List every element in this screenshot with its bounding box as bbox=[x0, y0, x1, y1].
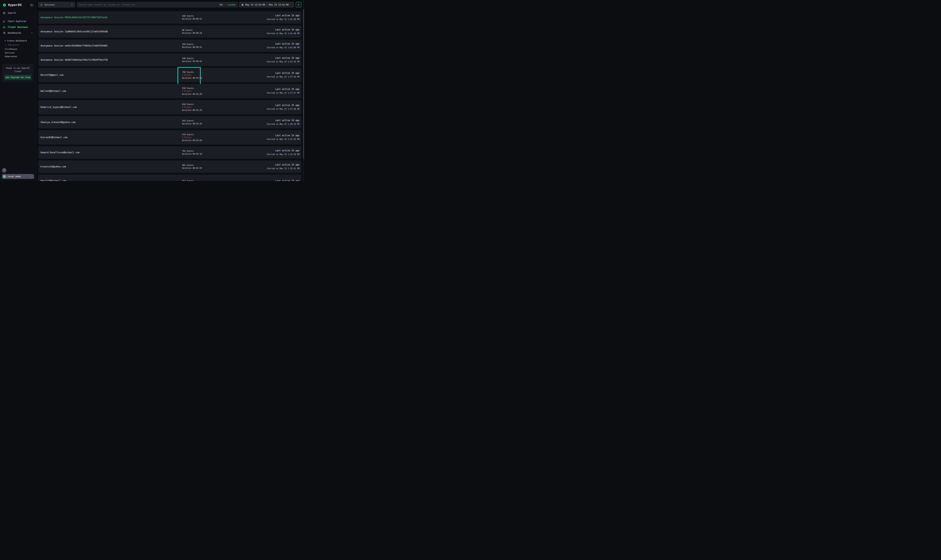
session-row[interactable]: Walton9@hotmail.com550 Events1 ErrorsDur… bbox=[38, 84, 301, 98]
help-button[interactable]: ? bbox=[2, 168, 6, 173]
run-search-button[interactable] bbox=[296, 2, 301, 8]
session-title: Walton9@hotmail.com bbox=[40, 90, 66, 92]
session-title: Kieran92@hotmail.com bbox=[40, 136, 67, 139]
search-input[interactable] bbox=[77, 3, 219, 6]
session-errors: 1 Errors bbox=[182, 90, 202, 92]
session-title: Roderick_Sipes1@hotmail.com bbox=[40, 106, 77, 109]
session-events: 470 Events bbox=[182, 133, 202, 136]
session-stats: 618 Events1 ErrorsDuration 00:02:29 bbox=[182, 103, 202, 112]
session-errors: 1 Errors bbox=[182, 74, 202, 77]
session-stats: 166 EventsDuration 00:00:31 bbox=[182, 15, 202, 20]
sidebar-item-chart-explorer[interactable]: Chart Explorer bbox=[0, 18, 36, 24]
session-duration: Duration 00:03:10 bbox=[182, 152, 202, 155]
query-language-toggle: SQL | Lucene bbox=[219, 3, 238, 6]
session-row[interactable]: Deion37@gmail.com706 Events1 ErrorsDurat… bbox=[38, 68, 301, 82]
session-last-active: Last active 1h ago bbox=[267, 163, 299, 166]
session-started: Started on May 15 1:41:16 PM bbox=[267, 60, 299, 63]
session-duration: Duration 00:00:31 bbox=[182, 17, 202, 20]
session-row[interactable]: Ernesto33@yahoo.com481 EventsDuration 00… bbox=[38, 160, 301, 173]
session-title: Pearl43@hotmail.com bbox=[40, 179, 66, 181]
presets-label: PRESETS bbox=[8, 44, 19, 46]
date-range-picker[interactable]: May 15 13:32:00 - May 15 13:42:00 bbox=[239, 2, 294, 8]
session-row[interactable]: Kieran92@hotmail.com470 Events1 ErrorsDu… bbox=[38, 130, 301, 145]
session-row[interactable]: Anonymous Session ee03c95e0b68cffd92bc57… bbox=[38, 40, 301, 52]
divider bbox=[0, 17, 36, 17]
local-mode-button[interactable]: U Local mode bbox=[2, 174, 34, 179]
session-stats: 481 EventsDuration 00:01:59 bbox=[182, 164, 202, 169]
session-last-active: Last active 1h ago bbox=[267, 119, 299, 122]
session-events: 702 Events bbox=[182, 149, 202, 152]
presets-toggle[interactable]: PRESETS bbox=[0, 43, 36, 47]
session-stats: 550 Events1 ErrorsDuration 00:02:26 bbox=[182, 87, 202, 95]
sidebar-preset-services[interactable]: Services bbox=[0, 51, 36, 54]
session-last-active: Last active 1h ago bbox=[267, 149, 299, 152]
session-stats: 554 Events bbox=[182, 179, 194, 181]
session-events: 259 Events bbox=[182, 43, 202, 46]
session-stats: 259 EventsDuration 00:00:52 bbox=[182, 43, 202, 49]
session-row[interactable]: Roderick_Sipes1@hotmail.com618 Events1 E… bbox=[38, 100, 301, 114]
chevron-right-icon bbox=[30, 175, 32, 178]
session-events: 393 Events bbox=[182, 119, 202, 122]
sidebar-preset-clickhouse[interactable]: Clickhouse bbox=[0, 47, 36, 51]
source-select[interactable]: Sessions bbox=[38, 2, 75, 8]
session-row[interactable]: Shaniya.Schoen20@yahoo.com393 EventsDura… bbox=[38, 116, 301, 128]
app-title: HyperDX bbox=[8, 3, 30, 7]
session-events: 554 Events bbox=[182, 179, 194, 181]
main-content: Sessions SQL | Lucene May 15 13:32:00 - … bbox=[36, 0, 304, 181]
session-events: 86 Events bbox=[182, 29, 202, 32]
session-stats: 86 EventsDuration 00:00:18 bbox=[182, 29, 202, 34]
search-bar: SQL | Lucene bbox=[77, 2, 238, 8]
sidebar-item-client-sessions[interactable]: Client Sessions bbox=[0, 24, 36, 30]
session-timing: Last active 1h agoStarted on May 15 1:38… bbox=[267, 119, 299, 126]
create-dashboard-button[interactable]: + Create Dashboard bbox=[0, 38, 36, 43]
user-avatar: U bbox=[3, 175, 6, 178]
session-duration: Duration 00:02:29 bbox=[182, 109, 202, 112]
session-duration: Duration 00:01:59 bbox=[182, 167, 202, 169]
session-timing: Last active 1h agoStarted on May 15 1:33… bbox=[267, 163, 299, 170]
session-timing: Last active 1h agoStarted on May 15 1:41… bbox=[267, 42, 299, 49]
session-last-active: Last active 1h ago bbox=[267, 42, 299, 45]
session-row[interactable]: Anonymous Session 1ad066d3c3b41cea381127… bbox=[38, 25, 301, 38]
session-events: 550 Events bbox=[182, 87, 202, 90]
session-last-active: Last active 1h ago bbox=[267, 28, 299, 31]
session-duration: Duration 00:00:52 bbox=[182, 46, 202, 49]
session-last-active: Last active 1h ago bbox=[267, 88, 299, 91]
session-timing: Last active 1h agoStarted on May 15 1:41… bbox=[267, 28, 299, 35]
sidebar-item-label: Dashboards bbox=[8, 32, 28, 34]
select-chevrons-icon bbox=[71, 3, 73, 6]
divider bbox=[0, 37, 36, 37]
session-last-active: Last active 1h ago bbox=[267, 134, 299, 137]
get-started-button[interactable]: Get Started for Free bbox=[5, 75, 31, 80]
session-row[interactable]: Howard.Runolfsson@hotmail.com702 EventsD… bbox=[38, 146, 301, 159]
session-last-active: Last active 1h ago bbox=[267, 72, 299, 75]
mode-sql[interactable]: SQL bbox=[219, 3, 223, 6]
mode-divider: | bbox=[225, 3, 226, 6]
session-last-active: Last active 1h ago bbox=[267, 57, 299, 60]
mode-lucene[interactable]: Lucene bbox=[228, 3, 236, 6]
session-stats: 190 EventsDuration 00:00:41 bbox=[182, 57, 202, 63]
sidebar-collapse-icon[interactable] bbox=[30, 3, 33, 7]
session-row[interactable]: Pearl43@hotmail.com554 EventsLast active… bbox=[38, 175, 301, 181]
session-last-active: Last active 1h ago bbox=[267, 14, 299, 17]
sidebar-preset-kubernetes[interactable]: Kubernetes bbox=[0, 54, 36, 58]
sidebar-item-dashboards[interactable]: Dashboards bbox=[0, 30, 36, 36]
session-row[interactable]: Anonymous Session 4bd02fe6643aaf44e711f6… bbox=[38, 54, 301, 66]
scrollbar-thumb[interactable] bbox=[303, 9, 304, 158]
source-select-value: Sessions bbox=[45, 3, 69, 6]
chevron-up-icon[interactable] bbox=[31, 32, 33, 34]
session-list: Anonymous Session 9959c464b13dc7637327d8… bbox=[38, 11, 301, 181]
session-events: 481 Events bbox=[182, 164, 202, 167]
session-started: Started on May 15 1:33:51 PM bbox=[267, 167, 299, 170]
date-range-value: May 15 13:32:00 - May 15 13:42:00 bbox=[245, 3, 288, 6]
session-started: Started on May 15 1:41:40 PM bbox=[267, 32, 299, 35]
session-row[interactable]: Anonymous Session 9959c464b13dc7637327d8… bbox=[38, 11, 301, 24]
session-errors: 1 Errors bbox=[182, 106, 202, 109]
session-timing: Last active 1h agoStarted on May 15 1:37… bbox=[267, 104, 299, 111]
session-events: 618 Events bbox=[182, 103, 202, 106]
session-started: Started on May 15 1:37:24 PM bbox=[267, 75, 299, 78]
session-timing: Last active 1h agoStarted on May 15 1:37… bbox=[267, 134, 299, 141]
calendar-icon bbox=[241, 3, 244, 6]
dashboard-grid-icon bbox=[3, 32, 6, 34]
session-started: Started on May 15 1:33:39 PM bbox=[267, 153, 299, 156]
sidebar-item-search[interactable]: Search bbox=[0, 10, 36, 16]
